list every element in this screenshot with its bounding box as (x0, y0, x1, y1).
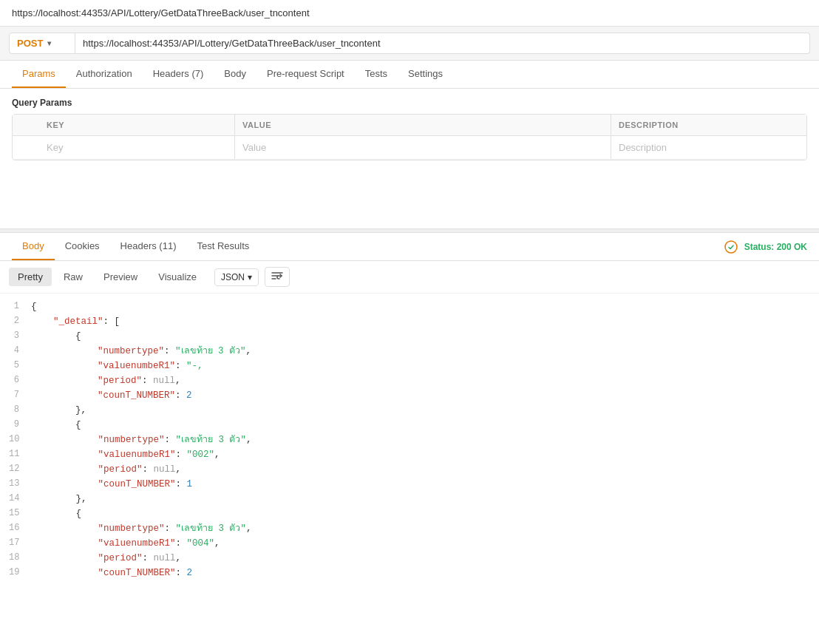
code-line: 11 "valuenumbeR1": "002", (9, 447, 810, 462)
response-tabs: Body Cookies Headers (11) Test Results S… (0, 233, 819, 261)
line-content: "period": null, (31, 551, 181, 566)
line-content: "_detail": [ (31, 314, 120, 329)
line-number: 11 (9, 447, 31, 461)
line-content: "counT_NUMBER": 2 (31, 388, 192, 403)
code-line: 16 "numbertype": "เลขท้าย 3 ตัว", (9, 521, 810, 536)
tab-headers[interactable]: Headers (7) (143, 61, 214, 88)
line-content: "period": null, (31, 373, 181, 388)
line-content: "numbertype": "เลขท้าย 3 ตัว", (31, 521, 251, 536)
line-content: "numbertype": "เลขท้าย 3 ตัว", (31, 433, 251, 447)
response-tab-headers[interactable]: Headers (11) (110, 233, 187, 260)
response-tab-body[interactable]: Body (12, 233, 55, 260)
col-value-header: VALUE (235, 115, 611, 135)
tab-authorization[interactable]: Authorization (66, 61, 143, 88)
line-number: 15 (9, 506, 31, 521)
code-line: 1{ (9, 299, 810, 314)
method-chevron: ▾ (47, 39, 51, 47)
tab-tests[interactable]: Tests (355, 61, 398, 88)
line-content: "valuenumbeR1": "004", (31, 536, 220, 551)
wrap-button[interactable] (265, 267, 290, 287)
line-number: 2 (9, 314, 31, 328)
line-number: 3 (9, 329, 31, 343)
fmt-tab-preview[interactable]: Preview (95, 268, 146, 286)
params-header-row: KEY VALUE DESCRIPTION (13, 115, 806, 136)
line-number: 4 (9, 344, 31, 358)
svg-point-0 (725, 241, 737, 253)
method-select[interactable]: POST ▾ (9, 33, 75, 54)
line-number: 16 (9, 521, 31, 535)
line-number: 10 (9, 433, 31, 447)
line-number: 18 (9, 551, 31, 565)
code-line: 18 "period": null, (9, 551, 810, 566)
request-bar: POST ▾ (0, 27, 819, 61)
code-line: 2 "_detail": [ (9, 314, 810, 329)
line-content: "valuenumbeR1": "002", (31, 447, 220, 462)
row-key[interactable]: Key (39, 136, 235, 159)
line-content: { (31, 329, 81, 344)
row-value[interactable]: Value (235, 136, 611, 159)
line-content: "counT_NUMBER": 2 (31, 566, 192, 580)
line-number: 5 (9, 359, 31, 373)
col-desc-header: DESCRIPTION (611, 115, 806, 135)
tab-body[interactable]: Body (214, 61, 256, 88)
tab-pre-request[interactable]: Pre-request Script (256, 61, 355, 88)
response-status-area: Status: 200 OK (724, 240, 807, 254)
code-line: 7 "counT_NUMBER": 2 (9, 388, 810, 403)
response-tab-test-results[interactable]: Test Results (186, 233, 259, 260)
status-badge: Status: 200 OK (744, 242, 807, 252)
status-icon (724, 240, 738, 254)
code-line: 15 { (9, 506, 810, 521)
row-check (13, 136, 39, 159)
line-number: 8 (9, 403, 31, 417)
line-content: "valuenumbeR1": "-, (31, 359, 203, 373)
code-line: 8 }, (9, 403, 810, 418)
line-number: 1 (9, 299, 31, 313)
line-number: 19 (9, 566, 31, 580)
json-format-select[interactable]: JSON ▾ (214, 268, 259, 286)
code-line: 13 "counT_NUMBER": 1 (9, 477, 810, 492)
code-line: 12 "period": null, (9, 462, 810, 477)
query-params-label: Query Params (12, 98, 807, 108)
code-line: 5 "valuenumbeR1": "-, (9, 359, 810, 373)
url-bar: https://localhost:44353/API/Lottery/GetD… (0, 0, 819, 27)
response-tab-cookies[interactable]: Cookies (55, 233, 110, 260)
code-line: 9 { (9, 418, 810, 433)
col-key-header: KEY (39, 115, 235, 135)
fmt-tab-raw[interactable]: Raw (55, 268, 92, 286)
line-content: "period": null, (31, 462, 181, 477)
line-number: 7 (9, 388, 31, 402)
code-line: 19 "counT_NUMBER": 2 (9, 566, 810, 580)
json-chevron-icon: ▾ (248, 272, 252, 282)
tab-params[interactable]: Params (12, 61, 66, 88)
code-line: 17 "valuenumbeR1": "004", (9, 536, 810, 551)
line-number: 14 (9, 492, 31, 506)
request-tabs: Params Authorization Headers (7) Body Pr… (0, 61, 819, 89)
line-number: 12 (9, 462, 31, 476)
code-area: 1{2 "_detail": [3 {4 "numbertype": "เลขท… (0, 294, 819, 586)
line-content: { (31, 506, 81, 521)
fmt-tab-visualize[interactable]: Visualize (149, 268, 205, 286)
line-content: { (31, 299, 37, 314)
col-check-header (13, 115, 39, 135)
line-content: "numbertype": "เลขท้าย 3 ตัว", (31, 344, 251, 359)
fmt-tab-pretty[interactable]: Pretty (9, 268, 52, 286)
code-line: 3 { (9, 329, 810, 344)
line-content: }, (31, 492, 86, 506)
params-data-row: Key Value Description (13, 136, 806, 160)
url-input[interactable] (75, 33, 810, 54)
method-label: POST (17, 38, 43, 49)
line-number: 13 (9, 477, 31, 491)
line-number: 17 (9, 536, 31, 550)
format-bar: Pretty Raw Preview Visualize JSON ▾ (0, 261, 819, 294)
code-line: 6 "period": null, (9, 373, 810, 388)
query-params-section: Query Params KEY VALUE DESCRIPTION Key V… (0, 89, 819, 169)
line-content: }, (31, 403, 86, 418)
line-number: 9 (9, 418, 31, 432)
row-desc[interactable]: Description (611, 136, 806, 159)
line-content: "counT_NUMBER": 1 (31, 477, 192, 492)
params-table: KEY VALUE DESCRIPTION Key Value Descript… (12, 114, 807, 160)
code-line: 4 "numbertype": "เลขท้าย 3 ตัว", (9, 344, 810, 359)
url-bar-text: https://localhost:44353/API/Lottery/GetD… (12, 7, 310, 18)
tab-settings[interactable]: Settings (398, 61, 453, 88)
code-line: 10 "numbertype": "เลขท้าย 3 ตัว", (9, 433, 810, 447)
